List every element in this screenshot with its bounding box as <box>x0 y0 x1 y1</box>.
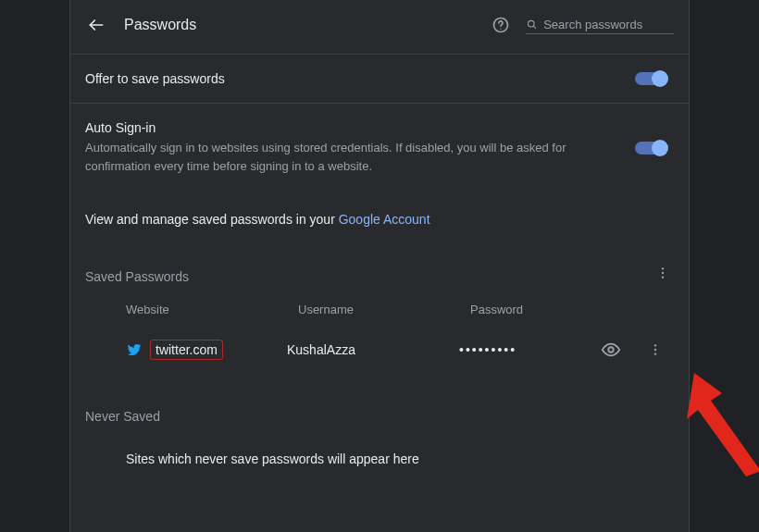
google-account-link[interactable]: Google Account <box>339 212 430 227</box>
svg-point-7 <box>662 276 664 278</box>
username-value: KushalAzza <box>287 342 459 357</box>
site-name[interactable]: twitter.com <box>150 340 223 360</box>
search-input[interactable] <box>543 18 674 31</box>
table-header: Website Username Password <box>85 284 674 328</box>
auto-signin-toggle[interactable] <box>635 142 666 155</box>
offer-save-toggle[interactable] <box>635 72 666 85</box>
svg-point-6 <box>662 272 664 274</box>
svg-point-11 <box>654 353 656 354</box>
help-icon[interactable] <box>491 15 511 35</box>
col-password: Password <box>470 303 674 316</box>
col-username: Username <box>298 303 470 316</box>
header: Passwords <box>70 0 689 54</box>
page-title: Passwords <box>124 17 196 33</box>
offer-save-label: Offer to save passwords <box>85 71 635 86</box>
auto-signin-desc: Automatically sign in to websites using … <box>85 139 566 175</box>
show-password-button[interactable] <box>600 339 622 361</box>
svg-line-4 <box>533 26 536 29</box>
never-saved-heading: Never Saved <box>85 409 674 424</box>
svg-point-8 <box>608 347 614 353</box>
svg-point-3 <box>528 20 534 27</box>
row-overflow-menu[interactable] <box>644 339 666 361</box>
auto-signin-row: Auto Sign-in Automatically sign in to we… <box>85 104 674 192</box>
table-row: twitter.com KushalAzza ••••••••• <box>85 328 674 372</box>
svg-point-5 <box>662 267 664 269</box>
svg-point-2 <box>500 29 501 30</box>
view-manage-prefix: View and manage saved passwords in your <box>85 212 339 227</box>
col-website: Website <box>126 303 298 316</box>
search-icon <box>526 18 538 31</box>
saved-passwords-heading: Saved Passwords <box>85 269 674 284</box>
twitter-icon <box>126 341 143 358</box>
back-button[interactable] <box>85 14 107 36</box>
search-field-wrap[interactable] <box>526 16 674 34</box>
svg-marker-12 <box>687 373 759 476</box>
never-saved-empty: Sites which never save passwords will ap… <box>85 424 674 466</box>
view-manage-text: View and manage saved passwords in your … <box>70 192 689 236</box>
auto-signin-label: Auto Sign-in <box>85 120 635 135</box>
offer-save-row: Offer to save passwords <box>85 55 674 103</box>
svg-point-10 <box>654 349 656 351</box>
svg-point-9 <box>654 344 656 346</box>
saved-overflow-menu[interactable] <box>652 262 674 284</box>
password-masked: ••••••••• <box>459 342 600 357</box>
